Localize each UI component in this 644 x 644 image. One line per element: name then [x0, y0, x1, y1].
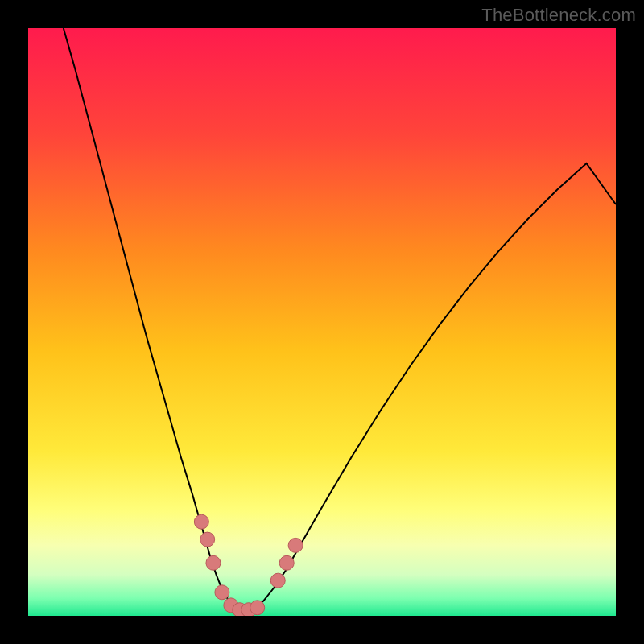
marker-point [194, 514, 208, 529]
plot-area [28, 28, 616, 616]
marker-point [279, 555, 294, 570]
watermark-text: TheBottleneck.com [481, 5, 636, 26]
gradient-background [28, 28, 616, 616]
marker-point [206, 555, 221, 570]
marker-point [215, 585, 229, 600]
chart-frame: TheBottleneck.com [0, 0, 644, 644]
marker-point [250, 601, 265, 615]
marker-point [270, 573, 285, 588]
marker-point [200, 532, 215, 547]
marker-point [288, 538, 303, 552]
bottleneck-chart [28, 28, 616, 616]
